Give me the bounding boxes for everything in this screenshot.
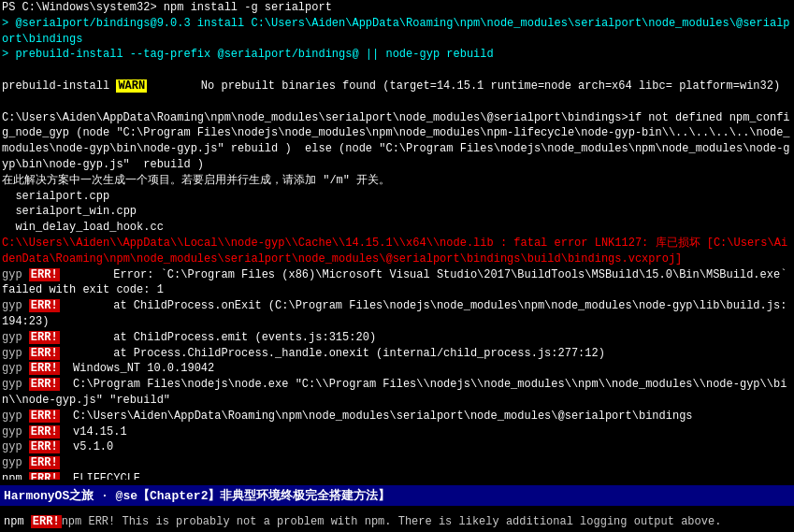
output-line-2: > prebuild-install --tag-prefix @serialp… [0,47,794,63]
terminal-window: PS C:\Windows\system32> npm install -g s… [0,0,794,532]
output-line-8: serialport.cpp [0,189,794,205]
output-line-5 [0,94,794,110]
output-line-21: gyp ERR! [0,455,794,471]
last-line-text: npm ERR! This is probably not a problem … [62,515,722,528]
output-line-7: 在此解决方案中一次生成一个项目。若要启用并行生成，请添加 "/m" 开关。 [0,173,794,189]
chapter-bar-text: HarmonyOS之旅 · @se【Chapter2】非典型环境终极完全搭建方法… [4,489,390,503]
output-line-3 [0,63,794,79]
output-line-1: > @serialport/bindings@9.0.3 install C:\… [0,16,794,48]
output-line-12: gyp ERR! Error: `C:\Program Files (x86)\… [0,267,794,299]
output-line-22: npm ERR! ELIFECYCLE [0,471,794,480]
chapter-bar: HarmonyOS之旅 · @se【Chapter2】非典型环境终极完全搭建方法… [0,485,794,506]
output-line-16: gyp ERR! Windows_NT 10.0.19042 [0,361,794,377]
output-line-13: gyp ERR! at ChildProcess.onExit (C:\Prog… [0,298,794,330]
output-line-20: gyp ERR! v5.1.0 [0,439,794,455]
output-line-11: C:\\Users\\Aiden\\AppData\\Local\\node-g… [0,236,794,267]
output-line-10: win_delay_load_hook.cc [0,220,794,236]
output-line-6: C:\Users\Aiden\AppData\Roaming\npm\node_… [0,110,794,173]
output-line-9: serialport_win.cpp [0,204,794,220]
output-line-19: gyp ERR! v14.15.1 [0,424,794,440]
output-line-17: gyp ERR! C:\Program Files\nodejs\node.ex… [0,377,794,409]
prompt-line: PS C:\Windows\system32> npm install -g s… [0,0,794,16]
output-line-18: gyp ERR! C:\Users\Aiden\AppData\Roaming\… [0,409,794,424]
last-error-line: npm ERR!npm ERR! This is probably not a … [0,512,794,532]
terminal-content: PS C:\Windows\system32> npm install -g s… [0,0,794,480]
output-line-14: gyp ERR! at ChildProcess.emit (events.js… [0,330,794,346]
output-line-4: prebuild-install WARN No prebuilt binari… [0,79,794,94]
output-line-15: gyp ERR! at Process.ChildProcess._handle… [0,346,794,362]
